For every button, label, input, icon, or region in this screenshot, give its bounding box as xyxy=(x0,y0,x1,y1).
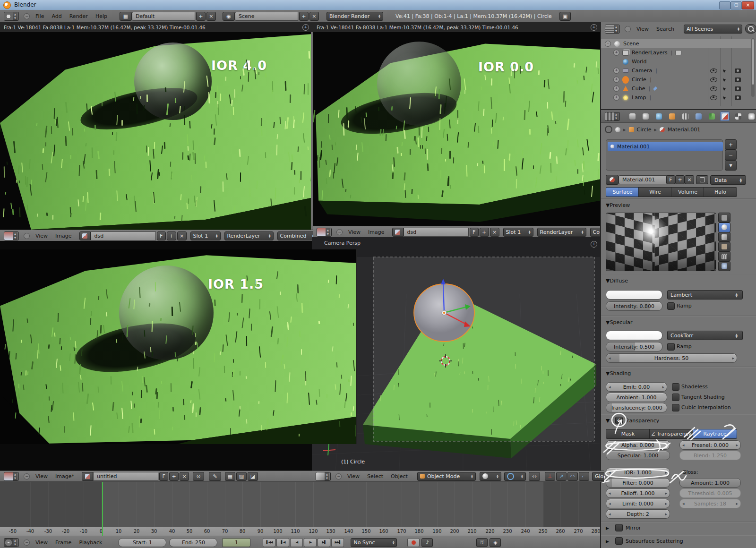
image-unlink-button[interactable]: × xyxy=(180,472,189,481)
timeline-ruler[interactable]: -50-40-30-20-100102030405060708090100110… xyxy=(0,527,600,536)
transparency-section-title[interactable]: Transparency xyxy=(625,418,659,424)
material-preview-chip[interactable] xyxy=(606,175,619,185)
selectability-cursor-icon[interactable] xyxy=(723,68,726,73)
outliner-row-circle[interactable]: +Circle| xyxy=(601,75,751,84)
play-reverse-button[interactable]: ◀ xyxy=(290,538,303,547)
image-menu-image[interactable]: Image* xyxy=(55,473,74,480)
search-icon[interactable] xyxy=(745,24,756,34)
transparency-specular-slider[interactable]: Specular: 1.000 xyxy=(606,451,670,460)
outliner-row-cube[interactable]: +Cube| xyxy=(601,84,751,93)
outliner-row-scene[interactable]: -Scene xyxy=(601,39,751,48)
timeline-menu-view[interactable]: View xyxy=(35,539,48,546)
view3d-menu-select[interactable]: Select xyxy=(367,473,383,480)
collapse-menus-icon[interactable]: − xyxy=(24,473,30,480)
tangent-shading-checkbox[interactable] xyxy=(672,394,679,401)
data-link-dropdown[interactable]: Data xyxy=(710,175,746,185)
outliner-row-world[interactable]: World xyxy=(601,57,751,66)
mirror-section-title[interactable]: Mirror xyxy=(626,525,641,531)
expander-icon[interactable]: - xyxy=(605,41,611,47)
image-name-field[interactable]: dsd xyxy=(91,231,156,240)
scene-delete-button[interactable]: × xyxy=(309,12,319,21)
diffuse-ramp-checkbox[interactable] xyxy=(667,302,675,310)
object-tab-icon[interactable] xyxy=(667,111,677,121)
image-fake-user-button[interactable]: F xyxy=(159,472,168,481)
scale-manipulator-icon[interactable]: ◠ xyxy=(567,472,578,481)
particles-tab-icon[interactable] xyxy=(747,111,756,121)
preview-hair-icon[interactable] xyxy=(718,251,730,261)
renderability-camera-icon[interactable] xyxy=(735,86,741,91)
emit-field[interactable]: Emit: 0.00 xyxy=(606,382,667,392)
fake-user-button[interactable]: F xyxy=(666,175,675,184)
material-type-tab-volume[interactable]: Volume xyxy=(671,187,704,197)
scene-add-button[interactable]: + xyxy=(299,12,309,21)
expander-icon[interactable]: + xyxy=(613,50,619,56)
slot-add-button[interactable]: + xyxy=(725,139,737,150)
gloss-amount-slider[interactable]: Amount: 1.000 xyxy=(679,478,741,488)
plus-circle-icon[interactable]: + xyxy=(591,241,597,248)
renderability-camera-icon[interactable] xyxy=(735,95,741,100)
jump-to-end-button[interactable]: ▶▶▌ xyxy=(331,538,344,547)
limit-field[interactable]: Limit: 0.000 xyxy=(606,499,670,508)
next-keyframe-button[interactable]: ▶▌ xyxy=(318,538,330,547)
image-menu-view[interactable]: View xyxy=(35,233,48,239)
filter-slider[interactable]: Filter: 0.000 xyxy=(606,478,670,488)
jump-to-start-button[interactable]: ▌◀◀ xyxy=(263,538,275,547)
outliner-row-renderlayers[interactable]: +RenderLayers| xyxy=(601,48,751,57)
material-slot-row[interactable]: Material.001 xyxy=(608,142,723,151)
plus-circle-icon[interactable]: + xyxy=(302,24,309,31)
visibility-eye-icon[interactable] xyxy=(710,86,717,91)
transparency-mask-button[interactable]: Mask xyxy=(606,429,650,439)
collapse-menus-icon[interactable]: − xyxy=(336,229,343,235)
image-new-button[interactable]: + xyxy=(169,472,179,481)
mode-dropdown[interactable]: Object Mode▲▼ xyxy=(417,472,476,481)
image-menu-image[interactable]: Image xyxy=(55,233,71,239)
image-unlink-button[interactable]: × xyxy=(177,231,187,240)
outliner-scrollbar[interactable] xyxy=(751,38,755,97)
render-slot-dropdown[interactable]: Slot 1▲▼ xyxy=(190,231,221,240)
pivot-point-dropdown[interactable]: ▲▼ xyxy=(504,472,526,481)
render-layer-dropdown[interactable]: RenderLayer▲▼ xyxy=(537,228,586,237)
maximize-button[interactable]: ▢ xyxy=(730,1,742,9)
visibility-eye-icon[interactable] xyxy=(710,68,717,73)
render-pass-dropdown[interactable]: Combined▲▼ xyxy=(277,231,315,240)
collapse-menus-icon[interactable]: − xyxy=(24,233,30,239)
insert-keyframe-icon[interactable]: ◈ xyxy=(490,538,501,547)
previous-keyframe-button[interactable]: ▌◀ xyxy=(276,538,289,547)
datablock-add-button[interactable]: + xyxy=(675,175,685,184)
viewport-shading-dropdown[interactable]: ▲▼ xyxy=(480,472,501,481)
outliner-item-label[interactable]: RenderLayers xyxy=(632,50,668,56)
outliner-menu-view[interactable]: View xyxy=(636,26,649,32)
timeline-canvas[interactable] xyxy=(0,481,600,528)
breadcrumb-material[interactable]: Material.001 xyxy=(668,127,700,133)
collapse-menus-icon[interactable]: − xyxy=(24,13,30,19)
properties-editor-type-selector[interactable]: ▲▼ xyxy=(605,112,620,121)
renderability-camera-icon[interactable] xyxy=(735,77,741,82)
render-tab-icon[interactable] xyxy=(627,111,637,121)
render-layer-dropdown[interactable]: RenderLayer▲▼ xyxy=(224,231,274,240)
viewport-editor-type-selector[interactable]: ▲▼ xyxy=(316,472,331,481)
image-unlink-button[interactable]: × xyxy=(490,228,499,237)
fresnel-field[interactable]: Fresnel: 0.000 xyxy=(679,440,741,450)
outliner-row-camera[interactable]: +Camera| xyxy=(601,66,751,75)
mirror-checkbox[interactable] xyxy=(615,524,623,531)
constraints-tab-icon[interactable] xyxy=(680,111,690,121)
material-type-tab-surface[interactable]: Surface xyxy=(606,187,639,197)
expander-icon[interactable]: + xyxy=(613,77,619,83)
preview-monkey-icon[interactable] xyxy=(718,242,730,252)
screen-layout-delete-button[interactable]: × xyxy=(206,12,216,21)
info-menu-render[interactable]: Render xyxy=(69,13,88,19)
translate-manipulator-icon[interactable]: ⊥ xyxy=(545,472,555,481)
pin-icon[interactable] xyxy=(605,126,612,133)
selectability-cursor-icon[interactable] xyxy=(723,77,726,82)
diffuse-section-title[interactable]: Diffuse xyxy=(610,278,628,284)
scene-tab-icon[interactable] xyxy=(641,111,650,121)
specular-section-title[interactable]: Specular xyxy=(610,319,632,325)
frame-start-field[interactable]: Start: 1 xyxy=(118,538,166,547)
transform-orientation-dropdown[interactable]: Global▲▼ xyxy=(592,472,604,481)
frame-end-field[interactable]: End: 250 xyxy=(169,538,217,547)
diffuse-intensity-slider[interactable]: Intensity: 0.800 xyxy=(606,301,662,311)
material-name-field[interactable]: Material.001 xyxy=(619,175,673,184)
expander-icon[interactable]: + xyxy=(613,86,619,92)
object-data-tab-icon[interactable] xyxy=(707,111,716,121)
expander-icon[interactable]: + xyxy=(613,94,619,101)
